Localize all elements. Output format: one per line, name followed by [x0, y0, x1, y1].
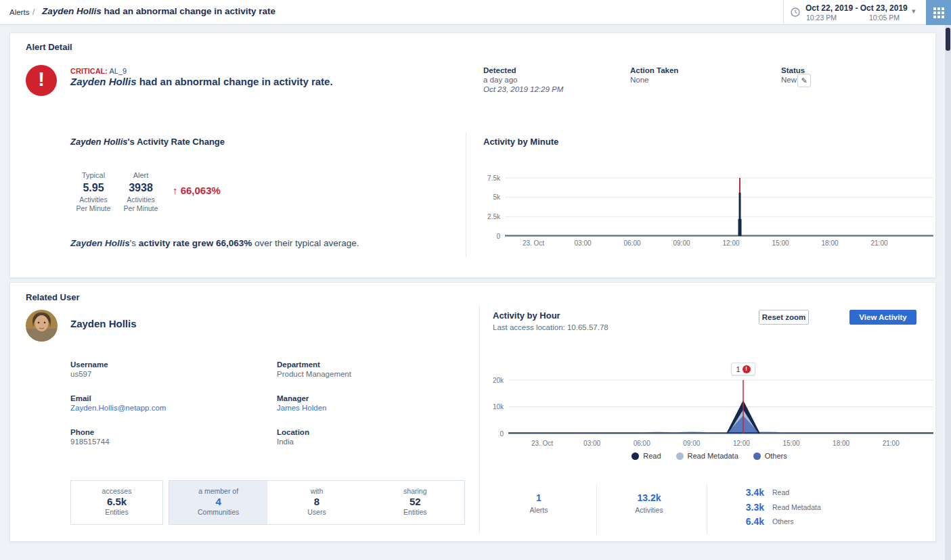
svg-text:21:00: 21:00	[883, 440, 900, 447]
page-title-username: Zayden Hollis	[42, 6, 102, 16]
svg-text:18:00: 18:00	[833, 440, 849, 447]
user-avatar	[26, 310, 58, 342]
svg-text:23. Oct: 23. Oct	[531, 440, 553, 447]
hour-chart-title: Activity by Hour	[493, 310, 560, 321]
stat-suffix: Entities	[71, 508, 162, 516]
stat-prefix: sharing	[366, 487, 464, 495]
stat-box-users[interactable]: with8Users	[267, 481, 366, 524]
alert-detail-panel: Alert Detail CRITICAL: AL_9 Zayden Holli…	[9, 32, 936, 278]
summary-divider	[596, 484, 597, 534]
field-label: Phone	[70, 428, 260, 436]
top-bar: Alerts / Zayden Hollis had an abnormal c…	[0, 0, 951, 25]
stat-prefix: with	[267, 487, 366, 495]
field-label: Location	[277, 428, 466, 436]
activity-by-hour-chart[interactable]: 20k10k023. Oct03:0006:0009:0012:0015:001…	[479, 374, 939, 450]
stat-suffix: Communities	[169, 508, 267, 516]
breakdown-value: 3.4k	[746, 487, 764, 498]
alert-title: Zayden Hollis had an abnormal change in …	[70, 76, 333, 87]
svg-text:7.5k: 7.5k	[487, 174, 501, 182]
svg-text:5k: 5k	[493, 193, 501, 201]
app-grid-button[interactable]	[926, 0, 951, 25]
page-title: Zayden Hollis had an abnormal change in …	[42, 6, 275, 16]
stat-box-entities[interactable]: accesses6.5kEntities	[71, 481, 162, 516]
stat-suffix: Users	[267, 508, 366, 516]
svg-text:03:00: 03:00	[583, 440, 600, 447]
svg-text:09:00: 09:00	[683, 440, 700, 447]
date-range-start-time: 10:23 PM	[806, 14, 837, 22]
svg-text:06:00: 06:00	[634, 440, 650, 447]
scrollbar-thumb[interactable]	[946, 28, 950, 51]
stat-box-communities[interactable]: a member of4Communities	[169, 481, 267, 524]
svg-text:2.5k: 2.5k	[487, 213, 501, 220]
stat-box-accesses: accesses6.5kEntities	[70, 480, 163, 525]
rate-change-title-username: Zayden Hollis	[70, 137, 128, 147]
scrollbar-track[interactable]	[945, 25, 951, 560]
alerts-count: 1	[498, 492, 579, 503]
user-field: EmailZayden.Hollis@netapp.com	[70, 394, 260, 412]
stat-value: 4	[169, 496, 267, 507]
alert-detail-section-title: Alert Detail	[26, 42, 72, 52]
breakdown-label: Read	[772, 488, 789, 496]
chevron-down-icon[interactable]: ▾	[912, 7, 916, 16]
legend-item-read[interactable]: Read	[632, 452, 661, 460]
typical-label: Typical	[70, 171, 117, 179]
alert-critical-icon	[743, 365, 751, 373]
pencil-icon: ✎	[801, 76, 807, 85]
legend-label: Read	[643, 452, 661, 460]
rate-change-percent: ↑ 66,063%	[173, 185, 221, 196]
activities-count-label: Activities	[609, 506, 690, 514]
stat-suffix: Entities	[366, 508, 464, 516]
field-value-link[interactable]: James Holden	[277, 404, 466, 412]
field-label: Username	[70, 360, 260, 369]
clock-icon	[791, 7, 800, 17]
stat-value: 6.5k	[71, 496, 162, 507]
related-user-section-title: Related User	[26, 292, 79, 302]
stat-box-entities[interactable]: sharing52Entities	[366, 481, 464, 524]
field-value: us597	[70, 370, 260, 378]
alert-rate-column: Alert 3938 ActivitiesPer Minute	[117, 171, 164, 213]
legend-label: Read Metadata	[688, 452, 738, 460]
user-field: ManagerJames Holden	[277, 394, 466, 412]
legend-item-others[interactable]: Others	[753, 452, 787, 460]
stat-value: 52	[366, 496, 464, 507]
typical-units: ActivitiesPer Minute	[70, 195, 117, 213]
breadcrumb-alerts-link[interactable]: Alerts	[9, 8, 29, 16]
user-field: DepartmentProduct Management	[277, 360, 466, 378]
alert-critical-icon	[26, 65, 57, 96]
action-taken-column: Action Taken None	[630, 66, 766, 84]
stat-prefix: accesses	[71, 487, 162, 495]
detected-column: Detected a day ago Oct 23, 2019 12:29 PM	[483, 66, 619, 93]
severity-label: CRITICAL:	[70, 67, 108, 75]
minute-chart-title: Activity by Minute	[483, 137, 558, 147]
breakdown-value: 3.3k	[746, 502, 764, 513]
stat-box-group: a member of4Communitieswith8Userssharing…	[169, 480, 465, 525]
last-access-location: Last access location: 10.65.57.78	[493, 323, 609, 331]
stat-value: 8	[267, 496, 366, 507]
alert-title-rest: had an abnormal change in activity rate.	[137, 76, 333, 87]
field-value: 918515744	[70, 438, 260, 446]
date-range-label: Oct 22, 2019 - Oct 23, 2019	[805, 3, 908, 13]
legend-item-read-metadata[interactable]: Read Metadata	[676, 452, 738, 460]
status-edit-button[interactable]: ✎	[797, 74, 811, 87]
field-value-link[interactable]: Zayden.Hollis@netapp.com	[70, 404, 260, 412]
svg-text:15:00: 15:00	[772, 239, 789, 247]
activity-by-minute-chart: 7.5k5k2.5k023. Oct03:0006:0009:0012:0015…	[479, 171, 939, 250]
svg-text:20k: 20k	[493, 377, 504, 384]
related-user-panel: Related User Zayden Hollis Usernameus597…	[9, 282, 936, 542]
view-activity-detail-button[interactable]: View Activity Detail	[849, 310, 916, 325]
legend-dot	[753, 452, 761, 460]
breakdown-label: Read Metadata	[772, 503, 821, 511]
user-fields-left: Usernameus597EmailZayden.Hollis@netapp.c…	[70, 360, 260, 462]
date-range-picker[interactable]: Oct 22, 2019 - Oct 23, 2019 10:23 PM 10:…	[784, 0, 926, 25]
alerts-count-label: Alerts	[498, 506, 579, 514]
stat-prefix: a member of	[169, 487, 267, 495]
reset-zoom-button[interactable]: Reset zoom	[759, 310, 809, 325]
user-field: Phone918515744	[70, 428, 260, 446]
user-name: Zayden Hollis	[70, 318, 137, 329]
breakdown-row: 6.4kOthers	[704, 516, 866, 528]
svg-text:06:00: 06:00	[623, 239, 640, 247]
user-field: Usernameus597	[70, 360, 260, 378]
svg-text:23. Oct: 23. Oct	[523, 239, 544, 247]
svg-text:0: 0	[500, 430, 504, 438]
typical-rate-column: Typical 5.95 ActivitiesPer Minute	[70, 171, 117, 213]
